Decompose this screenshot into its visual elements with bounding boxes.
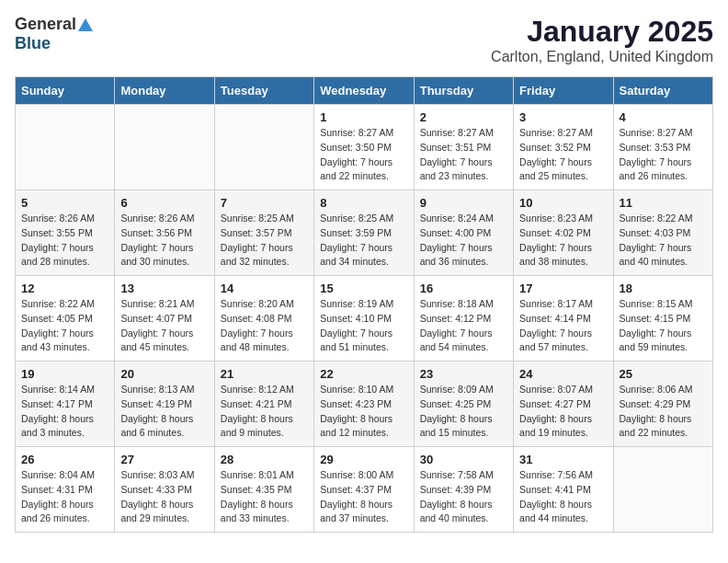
day-info: Sunrise: 8:25 AM Sunset: 3:59 PM Dayligh… [320,212,407,270]
calendar-day: 30Sunrise: 7:58 AM Sunset: 4:39 PM Dayli… [414,447,513,533]
title-section: January 2025 Carlton, England, United Ki… [491,15,713,65]
day-number: 19 [21,367,108,381]
calendar-day: 12Sunrise: 8:22 AM Sunset: 4:05 PM Dayli… [16,276,115,362]
calendar-day: 22Sunrise: 8:10 AM Sunset: 4:23 PM Dayli… [314,362,414,447]
day-info: Sunrise: 8:09 AM Sunset: 4:25 PM Dayligh… [420,383,507,441]
header-cell-saturday: Saturday [613,77,712,105]
calendar-day: 9Sunrise: 8:24 AM Sunset: 4:00 PM Daylig… [414,190,513,276]
day-info: Sunrise: 8:24 AM Sunset: 4:00 PM Dayligh… [420,212,507,270]
day-info: Sunrise: 7:56 AM Sunset: 4:41 PM Dayligh… [519,468,607,526]
calendar-day: 23Sunrise: 8:09 AM Sunset: 4:25 PM Dayli… [414,362,513,447]
calendar-day: 26Sunrise: 8:04 AM Sunset: 4:31 PM Dayli… [16,447,115,533]
calendar-table: SundayMondayTuesdayWednesdayThursdayFrid… [15,76,713,533]
day-number: 13 [120,282,208,295]
day-number: 4 [620,110,707,124]
calendar-day [16,105,115,190]
day-number: 15 [320,282,407,295]
day-number: 8 [320,196,407,210]
header-cell-tuesday: Tuesday [214,77,313,105]
day-number: 1 [320,110,407,124]
day-info: Sunrise: 8:18 AM Sunset: 4:12 PM Dayligh… [420,297,507,355]
calendar-day [613,447,712,533]
calendar-day: 28Sunrise: 8:01 AM Sunset: 4:35 PM Dayli… [214,447,313,533]
day-number: 17 [519,282,607,295]
calendar-day: 4Sunrise: 8:27 AM Sunset: 3:53 PM Daylig… [613,105,712,190]
day-number: 25 [620,367,707,381]
day-info: Sunrise: 8:27 AM Sunset: 3:52 PM Dayligh… [519,126,607,184]
week-row: 5Sunrise: 8:26 AM Sunset: 3:55 PM Daylig… [16,190,713,276]
calendar-day: 24Sunrise: 8:07 AM Sunset: 4:27 PM Dayli… [514,362,613,447]
day-number: 29 [320,453,407,466]
day-number: 23 [420,367,507,381]
calendar-day: 2Sunrise: 8:27 AM Sunset: 3:51 PM Daylig… [414,105,513,190]
day-number: 31 [519,453,607,466]
calendar-day: 8Sunrise: 8:25 AM Sunset: 3:59 PM Daylig… [314,190,414,276]
day-info: Sunrise: 8:27 AM Sunset: 3:51 PM Dayligh… [420,126,507,184]
calendar-day [115,105,214,190]
day-number: 20 [120,367,208,381]
day-info: Sunrise: 8:25 AM Sunset: 3:57 PM Dayligh… [221,212,308,270]
day-number: 11 [620,196,707,210]
logo: General Blue [15,15,93,53]
logo-triangle-icon [78,18,93,31]
day-info: Sunrise: 8:14 AM Sunset: 4:17 PM Dayligh… [21,383,108,441]
logo-general: General [15,15,76,34]
day-info: Sunrise: 8:13 AM Sunset: 4:19 PM Dayligh… [120,383,208,441]
day-number: 28 [221,453,308,466]
header: General Blue January 2025 Carlton, Engla… [15,15,713,65]
day-info: Sunrise: 8:12 AM Sunset: 4:21 PM Dayligh… [221,383,308,441]
header-cell-thursday: Thursday [414,77,513,105]
calendar-day: 19Sunrise: 8:14 AM Sunset: 4:17 PM Dayli… [16,362,115,447]
day-info: Sunrise: 8:22 AM Sunset: 4:05 PM Dayligh… [21,297,108,355]
calendar-day: 10Sunrise: 8:23 AM Sunset: 4:02 PM Dayli… [514,190,613,276]
day-info: Sunrise: 8:27 AM Sunset: 3:50 PM Dayligh… [320,126,407,184]
day-info: Sunrise: 8:00 AM Sunset: 4:37 PM Dayligh… [320,468,407,526]
day-info: Sunrise: 8:17 AM Sunset: 4:14 PM Dayligh… [519,297,607,355]
day-number: 14 [221,282,308,295]
day-info: Sunrise: 8:15 AM Sunset: 4:15 PM Dayligh… [620,297,707,355]
day-number: 3 [519,110,607,124]
week-row: 19Sunrise: 8:14 AM Sunset: 4:17 PM Dayli… [16,362,713,447]
day-info: Sunrise: 8:23 AM Sunset: 4:02 PM Dayligh… [519,212,607,270]
day-number: 18 [620,282,707,295]
calendar-day: 17Sunrise: 8:17 AM Sunset: 4:14 PM Dayli… [514,276,613,362]
calendar-day: 29Sunrise: 8:00 AM Sunset: 4:37 PM Dayli… [314,447,414,533]
calendar-day: 18Sunrise: 8:15 AM Sunset: 4:15 PM Dayli… [613,276,712,362]
calendar-day: 7Sunrise: 8:25 AM Sunset: 3:57 PM Daylig… [214,190,313,276]
calendar-day: 6Sunrise: 8:26 AM Sunset: 3:56 PM Daylig… [115,190,214,276]
calendar-day: 31Sunrise: 7:56 AM Sunset: 4:41 PM Dayli… [514,447,613,533]
calendar-day: 21Sunrise: 8:12 AM Sunset: 4:21 PM Dayli… [214,362,313,447]
calendar-day: 15Sunrise: 8:19 AM Sunset: 4:10 PM Dayli… [314,276,414,362]
header-cell-friday: Friday [514,77,613,105]
logo-blue: Blue [15,34,51,53]
day-info: Sunrise: 8:27 AM Sunset: 3:53 PM Dayligh… [620,126,707,184]
calendar-day: 5Sunrise: 8:26 AM Sunset: 3:55 PM Daylig… [16,190,115,276]
day-number: 5 [21,196,108,210]
day-number: 9 [420,196,507,210]
week-row: 12Sunrise: 8:22 AM Sunset: 4:05 PM Dayli… [16,276,713,362]
day-info: Sunrise: 8:19 AM Sunset: 4:10 PM Dayligh… [320,297,407,355]
day-number: 24 [519,367,607,381]
calendar-day: 25Sunrise: 8:06 AM Sunset: 4:29 PM Dayli… [613,362,712,447]
day-number: 27 [120,453,208,466]
day-info: Sunrise: 8:03 AM Sunset: 4:33 PM Dayligh… [120,468,208,526]
week-row: 1Sunrise: 8:27 AM Sunset: 3:50 PM Daylig… [16,105,713,190]
calendar-day: 11Sunrise: 8:22 AM Sunset: 4:03 PM Dayli… [613,190,712,276]
day-info: Sunrise: 8:20 AM Sunset: 4:08 PM Dayligh… [221,297,308,355]
day-number: 21 [221,367,308,381]
day-info: Sunrise: 8:07 AM Sunset: 4:27 PM Dayligh… [519,383,607,441]
calendar-title: January 2025 [491,15,713,49]
day-number: 12 [21,282,108,295]
day-number: 26 [21,453,108,466]
day-info: Sunrise: 8:01 AM Sunset: 4:35 PM Dayligh… [221,468,308,526]
day-info: Sunrise: 8:22 AM Sunset: 4:03 PM Dayligh… [620,212,707,270]
calendar-day: 27Sunrise: 8:03 AM Sunset: 4:33 PM Dayli… [115,447,214,533]
calendar-day [214,105,313,190]
day-info: Sunrise: 8:21 AM Sunset: 4:07 PM Dayligh… [120,297,208,355]
calendar-day: 3Sunrise: 8:27 AM Sunset: 3:52 PM Daylig… [514,105,613,190]
calendar-day: 16Sunrise: 8:18 AM Sunset: 4:12 PM Dayli… [414,276,513,362]
header-row: SundayMondayTuesdayWednesdayThursdayFrid… [16,77,713,105]
week-row: 26Sunrise: 8:04 AM Sunset: 4:31 PM Dayli… [16,447,713,533]
day-info: Sunrise: 8:10 AM Sunset: 4:23 PM Dayligh… [320,383,407,441]
day-info: Sunrise: 8:26 AM Sunset: 3:55 PM Dayligh… [21,212,108,270]
